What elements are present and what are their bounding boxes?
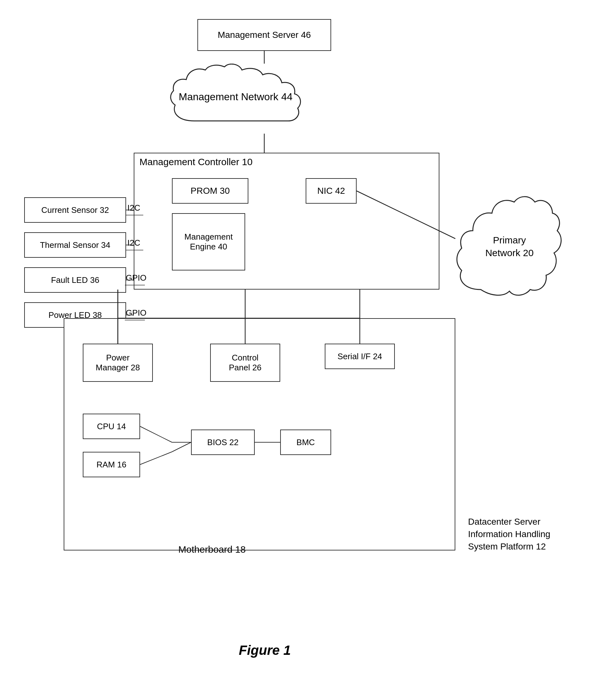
management-server-label: Management Server 46 <box>218 30 311 40</box>
motherboard-label: Motherboard 18 <box>178 544 246 555</box>
control-panel-box: Control Panel 26 <box>210 344 280 382</box>
prom-box: PROM 30 <box>172 178 248 204</box>
management-engine-box: Management Engine 40 <box>172 213 245 271</box>
thermal-sensor-box: Thermal Sensor 34 <box>24 232 126 258</box>
fault-led-box: Fault LED 36 <box>24 267 126 293</box>
figure-caption: Figure 1 <box>239 643 291 658</box>
svg-text:Primary: Primary <box>493 235 526 245</box>
primary-network-cloud: Primary Network 20 <box>455 184 564 305</box>
prom-label: PROM 30 <box>191 186 230 196</box>
ram-label: RAM 16 <box>96 460 126 470</box>
bios-label: BIOS 22 <box>207 438 238 447</box>
cpu-label: CPU 14 <box>97 422 126 431</box>
svg-text:Network 20: Network 20 <box>485 248 534 258</box>
fault-led-label: Fault LED 36 <box>51 275 99 285</box>
gpio-label-1: GPIO <box>126 273 146 283</box>
management-engine-label: Management Engine 40 <box>172 232 244 252</box>
nic-label: NIC 42 <box>317 186 345 196</box>
diagram: Management Server 46 Management Network … <box>0 0 597 700</box>
ram-box: RAM 16 <box>83 452 140 477</box>
i2c-label-2: I2C <box>127 238 140 248</box>
thermal-sensor-label: Thermal Sensor 34 <box>40 240 110 250</box>
bmc-box: BMC <box>280 429 331 455</box>
gpio-label-2: GPIO <box>126 308 146 318</box>
serial-if-label: Serial I/F 24 <box>337 352 382 361</box>
management-controller-label: Management Controller 10 <box>140 156 253 167</box>
nic-box: NIC 42 <box>306 178 357 204</box>
management-network-label: Management Network 44 <box>178 91 293 102</box>
serial-if-box: Serial I/F 24 <box>325 344 395 369</box>
power-manager-label: Power Manager 28 <box>96 353 140 373</box>
current-sensor-box: Current Sensor 32 <box>24 197 126 223</box>
power-manager-box: Power Manager 28 <box>83 344 153 382</box>
cpu-box: CPU 14 <box>83 414 140 439</box>
i2c-label-1: I2C <box>127 203 140 213</box>
datacenter-server-label: Datacenter Server Information Handling S… <box>468 516 550 553</box>
bmc-label: BMC <box>296 438 315 447</box>
current-sensor-label: Current Sensor 32 <box>41 205 109 215</box>
control-panel-label: Control Panel 26 <box>229 353 262 373</box>
bios-box: BIOS 22 <box>191 429 255 455</box>
management-server-box: Management Server 46 <box>197 19 331 51</box>
management-network-cloud: Management Network 44 <box>169 64 360 134</box>
